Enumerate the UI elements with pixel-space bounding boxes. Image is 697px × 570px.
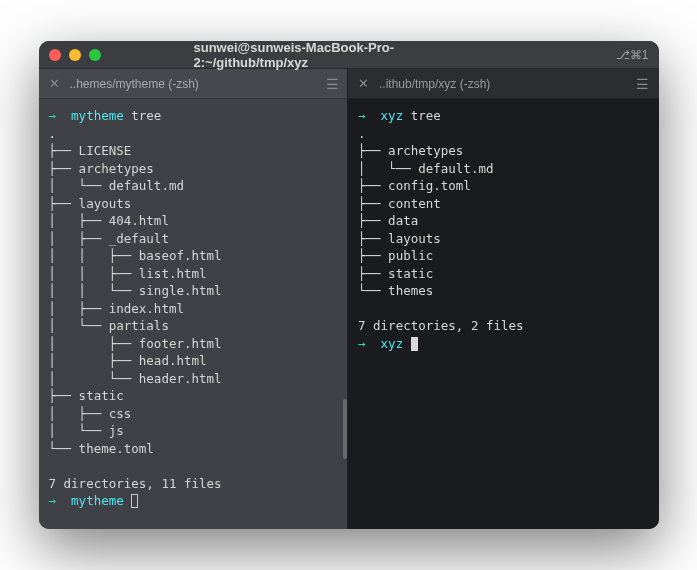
prompt-arrow-icon: → [358,336,381,351]
prompt-cwd: xyz [381,108,404,123]
summary-line: 7 directories, 11 files [49,476,222,491]
right-tab-label[interactable]: ..ithub/tmp/xyz (-zsh) [379,77,490,91]
cursor [131,494,138,508]
prompt-arrow-icon: → [358,108,381,123]
scrollbar[interactable] [343,399,347,459]
tab-menu-icon[interactable]: ☰ [636,76,649,92]
tree-output: . ├── archetypes │ └── default.md ├── co… [358,126,493,299]
maximize-window-button[interactable] [89,49,101,61]
left-tab-label[interactable]: ..hemes/mytheme (-zsh) [70,77,199,91]
window-title: sunwei@sunweis-MacBook-Pro-2:~/github/tm… [194,41,504,70]
left-pane[interactable]: ✕ ..hemes/mytheme (-zsh) ☰ → mytheme tre… [39,69,350,529]
right-tab-bar: ✕ ..ithub/tmp/xyz (-zsh) ☰ [348,69,659,99]
pane-indicator: ⎇⌘1 [616,48,649,62]
prompt-cwd: xyz [381,336,404,351]
terminal-window: sunwei@sunweis-MacBook-Pro-2:~/github/tm… [39,41,659,529]
command-text: tree [411,108,441,123]
close-tab-icon[interactable]: ✕ [358,76,369,91]
prompt-arrow-icon: → [49,108,72,123]
prompt-cwd: mytheme [71,493,124,508]
prompt-arrow-icon: → [49,493,72,508]
left-terminal-content[interactable]: → mytheme tree . ├── LICENSE ├── archety… [39,99,350,529]
close-window-button[interactable] [49,49,61,61]
prompt-cwd: mytheme [71,108,124,123]
titlebar: sunwei@sunweis-MacBook-Pro-2:~/github/tm… [39,41,659,69]
cursor [411,337,418,351]
left-tab-bar: ✕ ..hemes/mytheme (-zsh) ☰ [39,69,350,99]
summary-line: 7 directories, 2 files [358,318,524,333]
close-tab-icon[interactable]: ✕ [49,76,60,91]
tab-menu-icon[interactable]: ☰ [326,76,339,92]
traffic-lights [49,49,101,61]
tree-output: . ├── LICENSE ├── archetypes │ └── defau… [49,126,222,456]
split-panes: ✕ ..hemes/mytheme (-zsh) ☰ → mytheme tre… [39,69,659,529]
right-pane[interactable]: ✕ ..ithub/tmp/xyz (-zsh) ☰ → xyz tree . … [347,69,659,529]
command-text: tree [131,108,161,123]
minimize-window-button[interactable] [69,49,81,61]
right-terminal-content[interactable]: → xyz tree . ├── archetypes │ └── defaul… [348,99,659,529]
